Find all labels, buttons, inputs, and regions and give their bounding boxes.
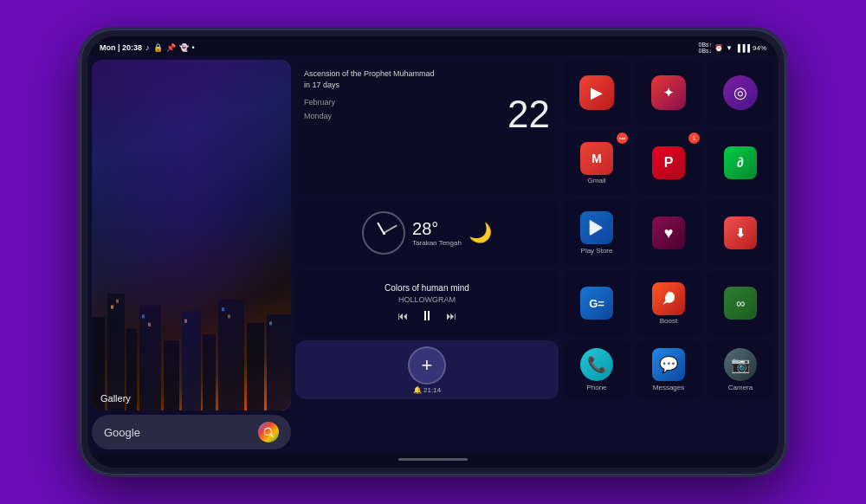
search-text: Google: [104, 426, 140, 439]
music-icon: ♪: [145, 43, 150, 52]
pinterest-icon: P: [652, 146, 685, 179]
phone-label: Phone: [586, 384, 606, 391]
search-bar[interactable]: Google: [92, 415, 291, 449]
app-cell-camera[interactable]: 📷 Camera: [707, 340, 774, 399]
pocket-icon: ⬇: [724, 216, 757, 249]
weather-condition-icon: 🌙: [469, 222, 492, 244]
app-cell-purple[interactable]: ◎: [707, 60, 774, 126]
duo-icon: G=: [580, 287, 613, 320]
heart-icon: ♥: [652, 216, 685, 249]
calendar-day-number: 22: [507, 95, 550, 133]
svg-point-18: [264, 428, 271, 435]
playstore-label: Play Store: [581, 247, 613, 255]
app-cell-red[interactable]: ✦: [635, 60, 702, 126]
alarm-icon: ⏰: [714, 44, 723, 52]
music-artist: HOLLOWGRAM: [398, 295, 456, 304]
calendar-month-day: February Monday: [304, 95, 335, 123]
app-cell-pinterest[interactable]: P 1: [635, 130, 702, 196]
battery-icon: 94%: [753, 44, 766, 52]
analog-clock: [362, 211, 405, 255]
lock-icon: 🔒: [153, 43, 163, 52]
wifi-icon: ▼: [726, 44, 733, 52]
next-button[interactable]: ⏭: [446, 310, 456, 322]
messages-icon: 💬: [652, 348, 685, 381]
status-time: Mon | 20:38 ♪ 🔒 📌 👻 •: [100, 43, 195, 52]
boost-label: Boost: [660, 317, 677, 325]
signal-text: 0Bs↑0Bs↓: [698, 42, 712, 54]
da-icon: ∂: [724, 146, 757, 179]
pin-icon: 📌: [166, 43, 176, 52]
app-cell-gmail[interactable]: M Gmail •••: [563, 130, 630, 196]
right-grid: Ascension of the Prophet Muhammad in 17 …: [295, 60, 774, 449]
temperature: 28°: [412, 219, 462, 239]
calendar-event: Ascension of the Prophet Muhammad in 17 …: [304, 68, 550, 90]
phone-icon: 📞: [580, 348, 613, 381]
add-icon[interactable]: +: [408, 346, 446, 384]
signal-bars: ▐▐▐: [735, 44, 750, 52]
add-notification: + 🔔 21:14: [408, 346, 446, 394]
red-app-icon: ✦: [651, 75, 686, 110]
svg-line-19: [271, 435, 274, 437]
home-indicator: [398, 458, 468, 461]
music-title: Colors of human mind: [385, 283, 469, 293]
gmail-icon: M: [580, 142, 613, 175]
app-cell-da[interactable]: ∂: [707, 130, 774, 196]
gallery-widget[interactable]: Gallery: [92, 60, 291, 410]
status-bar: Mon | 20:38 ♪ 🔒 📌 👻 • 0Bs↑0Bs↓ ⏰ ▼ ▐▐▐ 9…: [87, 36, 779, 55]
add-button-cell[interactable]: + 🔔 21:14: [295, 340, 559, 399]
music-widget: Colors of human mind HOLLOWGRAM ⏮ ⏸ ⏭: [295, 270, 559, 336]
prev-button[interactable]: ⏮: [397, 310, 408, 322]
extra-icon: ∞: [724, 287, 757, 320]
screen: Mon | 20:38 ♪ 🔒 📌 👻 • 0Bs↑0Bs↓ ⏰ ▼ ▐▐▐ 9…: [87, 36, 779, 468]
camera-label: Camera: [728, 384, 753, 391]
app-cell-duo[interactable]: G=: [563, 270, 630, 336]
gmail-badge: •••: [617, 132, 628, 144]
messages-label: Messages: [653, 384, 684, 391]
main-grid: Gallery Google: [87, 55, 779, 454]
playstore-icon: [580, 211, 613, 244]
app-cell-playstore[interactable]: Play Store: [563, 200, 630, 266]
youtube-icon: ▶: [579, 75, 614, 110]
app-cell-messages[interactable]: 💬 Messages: [635, 340, 702, 399]
calendar-date-row: February Monday 22: [304, 95, 550, 133]
app-cell-boost[interactable]: Boost: [635, 270, 702, 336]
camera-icon: 📷: [724, 348, 757, 381]
music-controls: ⏮ ⏸ ⏭: [397, 308, 456, 324]
status-right: 0Bs↑0Bs↓ ⏰ ▼ ▐▐▐ 94%: [698, 42, 766, 54]
app-cell-heart[interactable]: ♥: [635, 200, 702, 266]
phone-shell: Mon | 20:38 ♪ 🔒 📌 👻 • 0Bs↑0Bs↓ ⏰ ▼ ▐▐▐ 9…: [78, 27, 788, 477]
app-cell-extra[interactable]: ∞: [707, 270, 774, 336]
dot-icon: •: [192, 43, 195, 52]
app-cell-phone[interactable]: 📞 Phone: [563, 340, 630, 399]
minute-hand: [384, 224, 397, 233]
weather-location: Tarakan Tengah: [412, 239, 462, 247]
pinterest-badge: 1: [688, 132, 700, 144]
play-pause-button[interactable]: ⏸: [420, 308, 434, 324]
clock-widget: 28° Tarakan Tengah 🌙: [295, 200, 559, 266]
clock-center-dot: [383, 232, 385, 235]
calendar-widget: Ascension of the Prophet Muhammad in 17 …: [295, 60, 559, 196]
google-lens-button[interactable]: [258, 422, 279, 443]
app-cell-youtube[interactable]: ▶: [563, 60, 630, 126]
app-cell-pocket[interactable]: ⬇: [707, 200, 774, 266]
weather-info: 28° Tarakan Tengah: [412, 219, 462, 247]
add-notification-label: 🔔 21:14: [413, 386, 441, 394]
ghost-icon: 👻: [179, 43, 189, 52]
gallery-label: Gallery: [100, 393, 131, 404]
left-column: Gallery Google: [92, 60, 291, 449]
gmail-label: Gmail: [588, 177, 606, 184]
dock-area: [87, 454, 779, 468]
boost-icon: [652, 282, 685, 315]
time-display: Mon | 20:38: [100, 43, 142, 52]
purple-app-icon: ◎: [723, 75, 758, 110]
